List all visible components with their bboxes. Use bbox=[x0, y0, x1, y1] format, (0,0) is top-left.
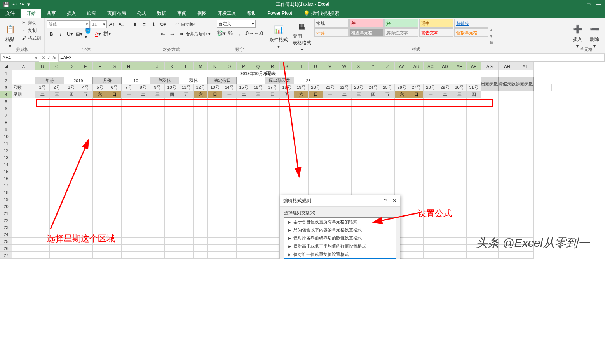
cell[interactable] bbox=[323, 168, 337, 175]
cell[interactable] bbox=[50, 140, 64, 147]
cell[interactable] bbox=[309, 105, 323, 112]
cell[interactable] bbox=[150, 182, 165, 189]
cell[interactable] bbox=[438, 217, 452, 224]
day-number-cell[interactable]: 12号 bbox=[194, 84, 208, 91]
cell[interactable] bbox=[194, 105, 208, 112]
font-color-button[interactable]: A▾ bbox=[94, 29, 102, 38]
cell[interactable] bbox=[265, 231, 280, 238]
cell[interactable] bbox=[265, 147, 280, 154]
cell[interactable] bbox=[366, 154, 380, 161]
cell[interactable] bbox=[499, 105, 516, 112]
cell[interactable] bbox=[409, 238, 424, 245]
cell[interactable] bbox=[516, 119, 534, 126]
tab-view[interactable]: 视图 bbox=[192, 9, 212, 18]
underline-button[interactable]: U▾ bbox=[66, 29, 74, 38]
cell[interactable] bbox=[424, 126, 438, 133]
cell[interactable] bbox=[366, 126, 380, 133]
cell[interactable] bbox=[481, 210, 499, 217]
cell[interactable] bbox=[438, 182, 452, 189]
cell[interactable] bbox=[222, 112, 237, 119]
cell[interactable] bbox=[64, 245, 78, 252]
cell[interactable] bbox=[78, 154, 93, 161]
row-header[interactable]: 18 bbox=[0, 189, 12, 196]
weekday-cell[interactable]: 二 bbox=[237, 91, 251, 98]
cell[interactable] bbox=[136, 161, 150, 168]
day-number-cell[interactable]: 21号 bbox=[323, 84, 337, 91]
wrap-text-button[interactable]: ↩自动换行 bbox=[173, 21, 199, 28]
cell[interactable] bbox=[481, 105, 499, 112]
cell[interactable] bbox=[237, 119, 251, 126]
col-header[interactable]: P bbox=[237, 62, 251, 70]
cell[interactable] bbox=[424, 203, 438, 210]
cell[interactable] bbox=[150, 203, 165, 210]
day-number-cell[interactable]: 28号 bbox=[424, 84, 438, 91]
row-header[interactable]: 7 bbox=[0, 112, 12, 119]
cell[interactable] bbox=[122, 231, 136, 238]
cell[interactable] bbox=[50, 105, 64, 112]
cell[interactable] bbox=[516, 210, 534, 217]
cell[interactable] bbox=[337, 140, 352, 147]
cell[interactable] bbox=[78, 98, 93, 105]
cell[interactable] bbox=[222, 147, 237, 154]
cell[interactable] bbox=[294, 147, 309, 154]
cell[interactable] bbox=[251, 252, 265, 259]
cell[interactable] bbox=[64, 210, 78, 217]
day-number-cell[interactable]: 27号 bbox=[409, 84, 424, 91]
tab-help[interactable]: 帮助 bbox=[242, 9, 262, 18]
cell[interactable] bbox=[136, 238, 150, 245]
cell[interactable] bbox=[64, 217, 78, 224]
cell[interactable] bbox=[208, 224, 222, 231]
cell[interactable] bbox=[499, 210, 516, 217]
cell[interactable] bbox=[499, 119, 516, 126]
cell[interactable] bbox=[93, 196, 107, 203]
cell[interactable] bbox=[194, 196, 208, 203]
cell[interactable] bbox=[194, 189, 208, 196]
cell[interactable] bbox=[251, 147, 265, 154]
cell[interactable] bbox=[78, 231, 93, 238]
cell[interactable] bbox=[78, 203, 93, 210]
cell[interactable] bbox=[93, 140, 107, 147]
cell[interactable] bbox=[467, 224, 481, 231]
weekday-cell[interactable]: 四 bbox=[64, 91, 78, 98]
cell[interactable] bbox=[438, 245, 452, 252]
cell[interactable] bbox=[64, 98, 78, 105]
cell[interactable] bbox=[50, 196, 64, 203]
cell[interactable] bbox=[251, 98, 265, 105]
cell[interactable] bbox=[409, 161, 424, 168]
cell[interactable] bbox=[516, 126, 534, 133]
cell[interactable] bbox=[395, 154, 409, 161]
cell[interactable] bbox=[237, 231, 251, 238]
cell[interactable] bbox=[337, 133, 352, 140]
cell[interactable] bbox=[481, 154, 499, 161]
cell[interactable] bbox=[208, 112, 222, 119]
cell[interactable] bbox=[499, 154, 516, 161]
cell[interactable] bbox=[516, 224, 534, 231]
cell[interactable] bbox=[280, 98, 294, 105]
cell[interactable] bbox=[222, 224, 237, 231]
cell[interactable] bbox=[107, 133, 122, 140]
cell[interactable] bbox=[424, 133, 438, 140]
cell[interactable] bbox=[64, 161, 78, 168]
cell[interactable] bbox=[107, 217, 122, 224]
cell[interactable] bbox=[481, 140, 499, 147]
cell[interactable] bbox=[251, 175, 265, 182]
cell[interactable] bbox=[64, 203, 78, 210]
cell[interactable] bbox=[438, 224, 452, 231]
cell[interactable] bbox=[64, 189, 78, 196]
cell[interactable] bbox=[409, 119, 424, 126]
cell[interactable] bbox=[366, 112, 380, 119]
cell[interactable] bbox=[237, 224, 251, 231]
cell[interactable] bbox=[499, 98, 516, 105]
cell[interactable] bbox=[12, 189, 35, 196]
cell[interactable] bbox=[380, 182, 395, 189]
cell[interactable] bbox=[438, 168, 452, 175]
style-neutral[interactable]: 适中 bbox=[419, 19, 453, 28]
cell[interactable] bbox=[499, 112, 516, 119]
cell[interactable] bbox=[452, 133, 467, 140]
day-number-cell[interactable]: 24号 bbox=[366, 84, 380, 91]
cell[interactable] bbox=[265, 168, 280, 175]
cell[interactable] bbox=[194, 168, 208, 175]
cell[interactable] bbox=[452, 112, 467, 119]
cell[interactable] bbox=[280, 105, 294, 112]
cell[interactable] bbox=[50, 168, 64, 175]
